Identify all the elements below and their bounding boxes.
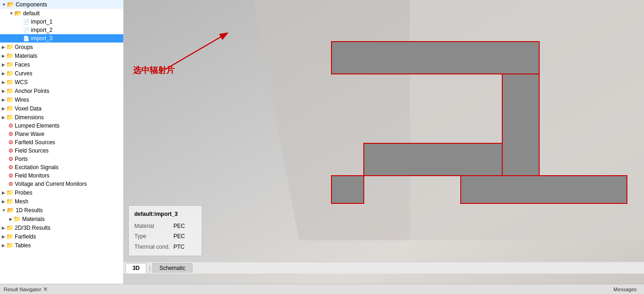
tab-schematic[interactable]: Schematic: [152, 263, 192, 273]
tree-item-label: Materials: [15, 53, 37, 59]
tree-item-label: Tables: [15, 242, 31, 249]
tree-item-groups[interactable]: ▶📁Groups: [0, 43, 123, 51]
viewport-tabs: 3D|Schematic: [124, 262, 644, 274]
tree-item-label: WCS: [15, 79, 28, 86]
chinese-annotation: 选中辐射片: [133, 65, 175, 76]
tree-item-label: Groups: [15, 44, 33, 50]
svg-marker-5: [364, 143, 502, 176]
info-label: Type: [134, 231, 174, 241]
tree-item-voltage_current[interactable]: ⚙Voltage and Current Monitors: [0, 180, 123, 188]
tree-item-import_3[interactable]: 📄import_3: [0, 34, 123, 43]
tree-item-label: 1D Results: [16, 207, 43, 214]
tree-item-label: import_3: [31, 35, 53, 42]
tree-item-voxel_data[interactable]: ▶📁Voxel Data: [0, 104, 123, 113]
tree-item-label: Field Sources: [15, 147, 48, 154]
tree-item-label: Wires: [15, 97, 29, 103]
tab-divider: |: [149, 265, 150, 271]
tree-item-label: import_1: [31, 18, 53, 25]
messages-label: Messages: [614, 287, 640, 292]
info-row: MaterialPEC: [134, 221, 188, 231]
tree-item-label: Field Monitors: [15, 172, 49, 179]
svg-marker-6: [461, 176, 627, 203]
tree-item-label: Components: [16, 1, 47, 8]
tree-item-label: 2D/3D Results: [15, 225, 50, 231]
viewport-area: 选中辐射片 default:import_3 MaterialPECTypePE…: [124, 0, 644, 284]
tree-item-label: Curves: [15, 70, 32, 77]
tree-item-tables[interactable]: ▶📁Tables: [0, 241, 123, 250]
tree-item-default[interactable]: ▼📂default: [0, 9, 123, 18]
tree-item-label: default: [23, 10, 40, 17]
svg-marker-3: [331, 42, 539, 74]
info-label: Thermal cond.: [134, 242, 174, 252]
tree-item-label: Mesh: [15, 198, 28, 205]
info-value: PTC: [174, 242, 189, 252]
tree-item-field_monitors[interactable]: ⚙Field Monitors: [0, 172, 123, 180]
tree-item-label: Plane Wave: [15, 131, 44, 137]
svg-marker-4: [502, 74, 539, 176]
tree-item-anchor_points[interactable]: ▶📁Anchor Points: [0, 86, 123, 95]
tree-item-field_sources[interactable]: ⚙Field Sources: [0, 147, 123, 155]
info-title: default:import_3: [134, 209, 196, 219]
close-result-navigator[interactable]: ✕: [43, 286, 48, 293]
tree-item-excitation_signals[interactable]: ⚙Excitation Signals: [0, 163, 123, 172]
tree-item-import_1[interactable]: 📄import_1: [0, 18, 123, 26]
tree-item-ports[interactable]: ⚙Ports: [0, 155, 123, 163]
main-area: ▼📂Components▼📂default📄import_1📄import_2📄…: [0, 0, 644, 284]
svg-marker-7: [331, 176, 364, 203]
tree-item-materials_sub[interactable]: ▶📁Materials: [0, 214, 123, 223]
tree-item-label: Probes: [15, 190, 32, 196]
tree-item-label: import_2: [31, 27, 53, 33]
tree-item-faces[interactable]: ▶📁Faces: [0, 60, 123, 69]
status-bar: Result Navigator ✕ Messages: [0, 284, 644, 294]
tree-item-label: Dimensions: [15, 114, 44, 121]
tree-item-import_2[interactable]: 📄import_2: [0, 26, 123, 34]
info-value: PEC: [174, 221, 189, 231]
tree-item-mesh[interactable]: ▶📁Mesh: [0, 197, 123, 206]
tree-item-farfield_sources[interactable]: ⚙Farfield Sources: [0, 138, 123, 147]
tree-item-lumped_elements[interactable]: ⚙Lumped Elements: [0, 122, 123, 130]
tree-item-wcs[interactable]: ▶📁WCS: [0, 78, 123, 86]
info-row: Thermal cond.PTC: [134, 242, 188, 252]
result-navigator-label: Result Navigator: [4, 287, 41, 292]
info-panel: default:import_3 MaterialPECTypePECTherm…: [128, 205, 202, 256]
tab-3d[interactable]: 3D: [126, 263, 146, 273]
tree-item-label: Materials: [22, 216, 45, 222]
tree-item-label: Voxel Data: [15, 105, 42, 112]
info-value: PEC: [174, 231, 189, 241]
tree-item-label: Faces: [15, 61, 30, 68]
tree-item-results_2d3d[interactable]: ▶📁2D/3D Results: [0, 223, 123, 232]
tree-item-label: Farfields: [15, 233, 36, 240]
tree-item-label: Lumped Elements: [15, 122, 60, 129]
tree-panel: ▼📂Components▼📂default📄import_1📄import_2📄…: [0, 0, 124, 284]
tree-item-curves[interactable]: ▶📁Curves: [0, 69, 123, 78]
tree-item-plane_wave[interactable]: ⚙Plane Wave: [0, 130, 123, 138]
tree-item-dimensions[interactable]: ▶📁Dimensions: [0, 113, 123, 122]
tree-item-components[interactable]: ▼📂Components: [0, 0, 123, 9]
info-table: MaterialPECTypePECThermal cond.PTC: [134, 221, 188, 252]
tree-item-label: Voltage and Current Monitors: [15, 181, 87, 187]
tree-item-label: Ports: [15, 156, 28, 162]
tree-item-results_1d[interactable]: ▼📂1D Results: [0, 206, 123, 214]
tree-item-probes[interactable]: ▶📁Probes: [0, 188, 123, 197]
tree-item-wires[interactable]: ▶📁Wires: [0, 95, 123, 104]
tree-item-label: Excitation Signals: [15, 164, 59, 171]
tree-item-label: Anchor Points: [15, 88, 49, 94]
tree-item-label: Farfield Sources: [15, 139, 55, 146]
tree-item-materials[interactable]: ▶📁Materials: [0, 51, 123, 60]
info-row: TypePEC: [134, 231, 188, 241]
info-label: Material: [134, 221, 174, 231]
tree-item-farfields[interactable]: ▶📁Farfields: [0, 232, 123, 241]
